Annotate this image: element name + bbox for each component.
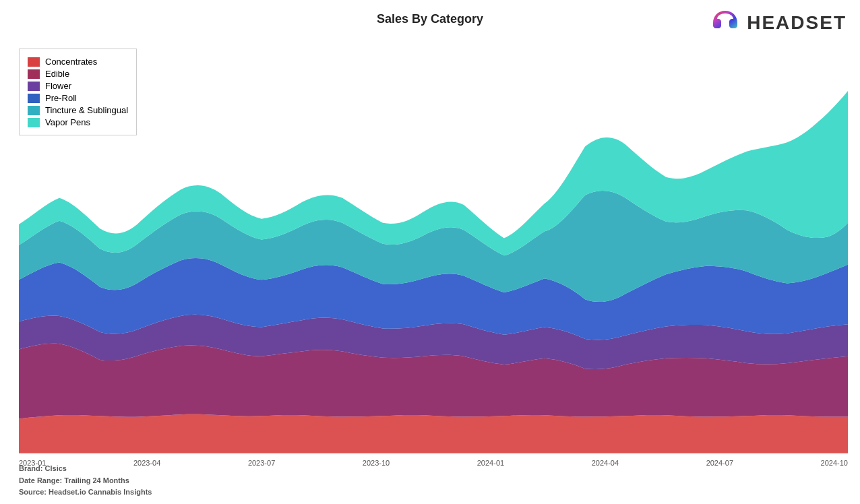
footer-date-range: Date Range: Trailing 24 Months xyxy=(19,475,152,487)
source-label: Source: xyxy=(19,488,47,496)
x-label-3: 2023-10 xyxy=(363,459,390,467)
date-range-label: Date Range: xyxy=(19,476,62,484)
brand-label: Brand: xyxy=(19,464,42,472)
source-value: Headset.io Cannabis Insights xyxy=(49,488,152,496)
footer-info: Brand: Clsics Date Range: Trailing 24 Mo… xyxy=(19,463,152,499)
logo: HEADSET xyxy=(709,7,847,39)
chart-container: HEADSET Sales By Category Concentrates E… xyxy=(0,0,860,504)
footer-brand: Brand: Clsics xyxy=(19,463,152,475)
x-label-5: 2024-04 xyxy=(592,459,619,467)
date-range-value: Trailing 24 Months xyxy=(64,476,129,484)
x-label-6: 2024-07 xyxy=(706,459,733,467)
x-label-7: 2024-10 xyxy=(821,459,848,467)
footer-source: Source: Headset.io Cannabis Insights xyxy=(19,486,152,499)
stacked-area-chart xyxy=(19,44,848,453)
chart-svg-area xyxy=(19,44,848,453)
x-label-2: 2023-07 xyxy=(248,459,275,467)
headset-logo-icon xyxy=(709,7,741,39)
brand-value: Clsics xyxy=(45,464,67,472)
logo-text: HEADSET xyxy=(747,12,847,34)
concentrates-area xyxy=(19,414,848,453)
x-label-4: 2024-01 xyxy=(477,459,504,467)
